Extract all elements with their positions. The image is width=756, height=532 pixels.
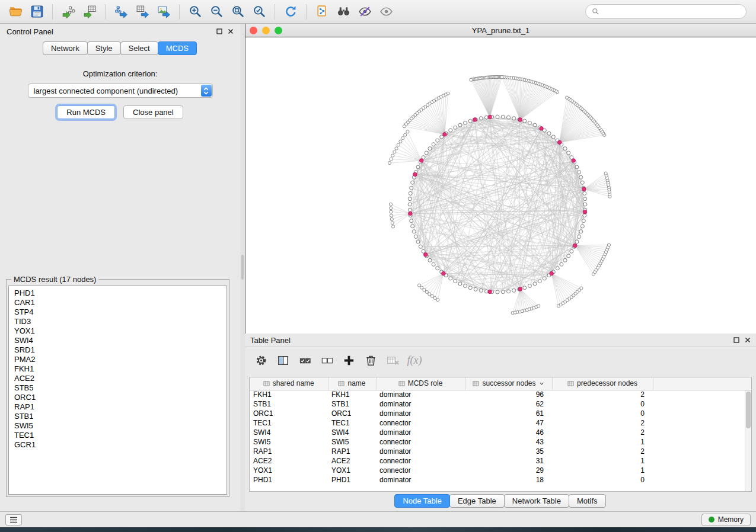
table-row-ace2[interactable]: ACE2ACE2connector311 [250,456,751,466]
show-panels-button[interactable] [5,514,22,525]
mcds-result-node[interactable]: ORC1 [14,393,221,402]
mcds-result-node[interactable]: SRD1 [14,345,221,355]
mcds-result-list[interactable]: PHD1CAR1STP4TID3YOX1SWI4SRD1PMA2FKH1ACE2… [8,286,227,495]
cell: 43 [465,437,552,447]
import-table-button[interactable] [79,2,100,21]
mcds-result-node[interactable]: RAP1 [14,402,221,412]
zoom-selected-button[interactable] [248,2,270,21]
save-session-button[interactable] [26,2,47,21]
table-toolbar: f(x) [245,347,756,374]
column-header-successor-nodes[interactable]: successor nodes [465,377,552,390]
network-window-titlebar[interactable]: YPA_prune.txt_1 [245,24,756,37]
column-header-name[interactable]: name [328,377,376,390]
mcds-result-node[interactable]: STP4 [14,307,221,317]
float-panel-icon[interactable] [216,28,222,34]
table-row-rap1[interactable]: RAP1RAP1dominator352 [250,447,751,456]
tab-node-table[interactable]: Node Table [394,494,450,508]
cell: ORC1 [328,409,376,418]
table-body: FKH1FKH1dominator962STB1STB1dominator620… [250,390,751,485]
first-neighbors-button[interactable] [333,2,354,21]
table-row-fkh1[interactable]: FKH1FKH1dominator962 [250,390,751,399]
optimization-criterion-select[interactable]: largest connected component (undirected) [28,84,213,98]
network-canvas[interactable] [245,37,756,333]
search-box[interactable] [585,4,747,19]
cell: dominator [376,399,465,409]
table-row-swi4[interactable]: SWI4SWI4dominator462 [250,428,751,437]
table-row-yox1[interactable]: YOX1YOX1connector291 [250,466,751,475]
cell: 0 [552,475,653,485]
panel-splitter[interactable] [240,24,245,511]
tab-network[interactable]: Network [43,41,88,55]
cell: connector [376,456,465,466]
float-table-panel-icon[interactable] [733,337,739,343]
window-zoom-icon[interactable] [275,27,282,34]
zoom-out-button[interactable] [206,2,227,21]
open-folder-button[interactable] [5,2,26,21]
mcds-result-node[interactable]: GCR1 [14,440,221,450]
deselect-all-button[interactable] [317,351,337,371]
mcds-result-node[interactable]: STB1 [14,412,221,421]
column-header-predecessor-nodes[interactable]: predecessor nodes [552,377,653,390]
column-header-mcds-role[interactable]: MCDS role [376,377,465,390]
table-row-phd1[interactable]: PHD1PHD1dominator180 [250,475,751,485]
select-all-button[interactable] [295,351,315,371]
table-row-swi5[interactable]: SWI5SWI5connector431 [250,437,751,447]
search-input[interactable] [603,7,740,16]
close-panel-icon[interactable] [228,28,234,34]
table-scrollbar[interactable] [745,390,751,491]
mcds-result-node[interactable]: CAR1 [14,298,221,307]
window-minimize-icon[interactable] [262,27,270,34]
cell: 1 [552,437,653,447]
columns-icon [276,354,290,367]
close-table-panel-icon[interactable] [745,337,751,343]
mcds-result-node[interactable]: PMA2 [14,355,221,364]
export-network-button[interactable] [110,2,132,21]
mcds-result-node[interactable]: SWI5 [14,421,221,431]
zoom-fit-button[interactable] [227,2,248,21]
mcds-result-node[interactable]: STB5 [14,383,221,393]
column-header-shared-name[interactable]: shared name [250,377,328,390]
table-mode-button[interactable] [251,351,271,371]
tab-select[interactable]: Select [120,41,158,55]
network-from-selection-button[interactable] [311,2,333,21]
splitter-handle-icon[interactable] [241,255,244,280]
table-row-stb1[interactable]: STB1STB1dominator620 [250,399,751,409]
hide-selected-button[interactable] [354,2,375,21]
cell: STB1 [250,399,328,409]
table-row-orc1[interactable]: ORC1ORC1dominator610 [250,409,751,418]
window-close-icon[interactable] [250,27,257,34]
network-title: YPA_prune.txt_1 [472,26,529,35]
table-row-tec1[interactable]: TEC1TEC1connector472 [250,418,751,428]
tab-mcds[interactable]: MCDS [158,41,197,55]
refresh-view-button[interactable] [280,2,301,21]
run-mcds-button[interactable]: Run MCDS [57,105,115,119]
export-table-button[interactable] [132,2,153,21]
add-column-icon [342,354,356,367]
mcds-result-node[interactable]: PHD1 [14,289,221,298]
tab-network-table[interactable]: Network Table [504,494,569,508]
tab-edge-table[interactable]: Edge Table [449,494,505,508]
mcds-result-node[interactable]: ACE2 [14,374,221,383]
cell: SWI4 [328,428,376,437]
show-all-button[interactable] [375,2,397,21]
close-panel-button[interactable]: Close panel [123,105,183,119]
cell: connector [376,437,465,447]
delete-column-button[interactable] [361,351,381,371]
zoom-in-button[interactable] [184,2,206,21]
gear-icon [254,354,268,367]
tab-motifs[interactable]: Motifs [569,494,606,508]
import-network-button[interactable] [58,2,79,21]
show-columns-button[interactable] [273,351,293,371]
mcds-result-node[interactable]: TEC1 [14,431,221,440]
export-image-button[interactable] [153,2,174,21]
scrollbar-thumb[interactable] [746,392,751,428]
optimization-criterion-label: Optimization criterion: [0,69,240,78]
tab-style[interactable]: Style [87,41,121,55]
mcds-result-node[interactable]: FKH1 [14,364,221,374]
memory-button[interactable]: Memory [701,514,751,526]
mcds-result-node[interactable]: TID3 [14,317,221,326]
create-column-button[interactable] [339,351,359,371]
mcds-result-node[interactable]: YOX1 [14,326,221,336]
dropdown-arrows-icon [201,85,212,97]
mcds-result-node[interactable]: SWI4 [14,336,221,345]
